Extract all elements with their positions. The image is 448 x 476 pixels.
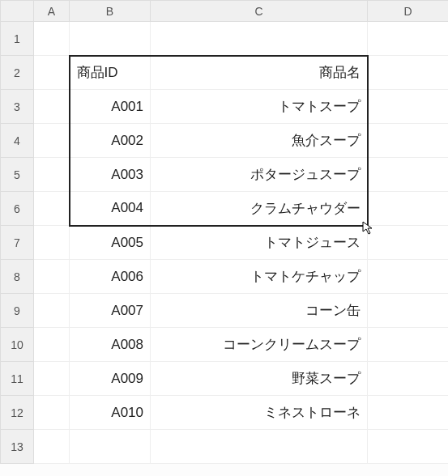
cell-B1[interactable]	[70, 22, 151, 56]
cell-A11[interactable]	[34, 362, 70, 396]
row-header-6[interactable]: 6	[1, 192, 34, 226]
cell-D8[interactable]	[368, 260, 449, 294]
row-header-11[interactable]: 11	[1, 362, 34, 396]
cell-A10[interactable]	[34, 328, 70, 362]
row-header-3[interactable]: 3	[1, 90, 34, 124]
cell-B2[interactable]: 商品ID	[70, 56, 151, 90]
col-header-B[interactable]: B	[70, 1, 151, 22]
cell-B4[interactable]: A002	[70, 124, 151, 158]
cell-A13[interactable]	[34, 430, 70, 464]
cell-C1[interactable]	[151, 22, 368, 56]
cell-B13[interactable]	[70, 430, 151, 464]
cell-B3[interactable]: A001	[70, 90, 151, 124]
cell-B7[interactable]: A005	[70, 226, 151, 260]
cell-D1[interactable]	[368, 22, 449, 56]
cell-C4[interactable]: 魚介スープ	[151, 124, 368, 158]
spreadsheet[interactable]: A B C D 1 2 商品ID 商品名 3 A001 トマトスープ 4 A00…	[0, 0, 448, 476]
cell-C5[interactable]: ポタージュスープ	[151, 158, 368, 192]
cell-D9[interactable]	[368, 294, 449, 328]
cell-A6[interactable]	[34, 192, 70, 226]
cell-A1[interactable]	[34, 22, 70, 56]
row-header-4[interactable]: 4	[1, 124, 34, 158]
cell-B8[interactable]: A006	[70, 260, 151, 294]
row-header-8[interactable]: 8	[1, 260, 34, 294]
cell-C12[interactable]: ミネストローネ	[151, 396, 368, 430]
cell-D5[interactable]	[368, 158, 449, 192]
row-header-12[interactable]: 12	[1, 396, 34, 430]
cell-A3[interactable]	[34, 90, 70, 124]
row-header-2[interactable]: 2	[1, 56, 34, 90]
cell-D3[interactable]	[368, 90, 449, 124]
cell-B6[interactable]: A004	[70, 192, 151, 226]
cell-B9[interactable]: A007	[70, 294, 151, 328]
cell-C8[interactable]: トマトケチャップ	[151, 260, 368, 294]
col-header-C[interactable]: C	[151, 1, 368, 22]
cell-D13[interactable]	[368, 430, 449, 464]
cell-D11[interactable]	[368, 362, 449, 396]
cell-C2[interactable]: 商品名	[151, 56, 368, 90]
cell-A4[interactable]	[34, 124, 70, 158]
cell-C6[interactable]: クラムチャウダー	[151, 192, 368, 226]
cell-A7[interactable]	[34, 226, 70, 260]
cell-D7[interactable]	[368, 226, 449, 260]
cell-A9[interactable]	[34, 294, 70, 328]
select-all-corner[interactable]	[1, 1, 34, 22]
cell-C9[interactable]: コーン缶	[151, 294, 368, 328]
cell-C11[interactable]: 野菜スープ	[151, 362, 368, 396]
cell-D12[interactable]	[368, 396, 449, 430]
col-header-D[interactable]: D	[368, 1, 449, 22]
grid[interactable]: A B C D 1 2 商品ID 商品名 3 A001 トマトスープ 4 A00…	[0, 0, 448, 464]
cell-C3[interactable]: トマトスープ	[151, 90, 368, 124]
cell-A8[interactable]	[34, 260, 70, 294]
cell-A5[interactable]	[34, 158, 70, 192]
cell-D4[interactable]	[368, 124, 449, 158]
cell-B10[interactable]: A008	[70, 328, 151, 362]
cell-A2[interactable]	[34, 56, 70, 90]
cell-C10[interactable]: コーンクリームスープ	[151, 328, 368, 362]
cell-B12[interactable]: A010	[70, 396, 151, 430]
cell-A12[interactable]	[34, 396, 70, 430]
row-header-9[interactable]: 9	[1, 294, 34, 328]
cell-B11[interactable]: A009	[70, 362, 151, 396]
cell-C13[interactable]	[151, 430, 368, 464]
row-header-5[interactable]: 5	[1, 158, 34, 192]
row-header-1[interactable]: 1	[1, 22, 34, 56]
row-header-13[interactable]: 13	[1, 430, 34, 464]
cell-D6[interactable]	[368, 192, 449, 226]
row-header-7[interactable]: 7	[1, 226, 34, 260]
cell-D2[interactable]	[368, 56, 449, 90]
col-header-A[interactable]: A	[34, 1, 70, 22]
cell-C7[interactable]: トマトジュース	[151, 226, 368, 260]
row-header-10[interactable]: 10	[1, 328, 34, 362]
cell-D10[interactable]	[368, 328, 449, 362]
cell-B5[interactable]: A003	[70, 158, 151, 192]
